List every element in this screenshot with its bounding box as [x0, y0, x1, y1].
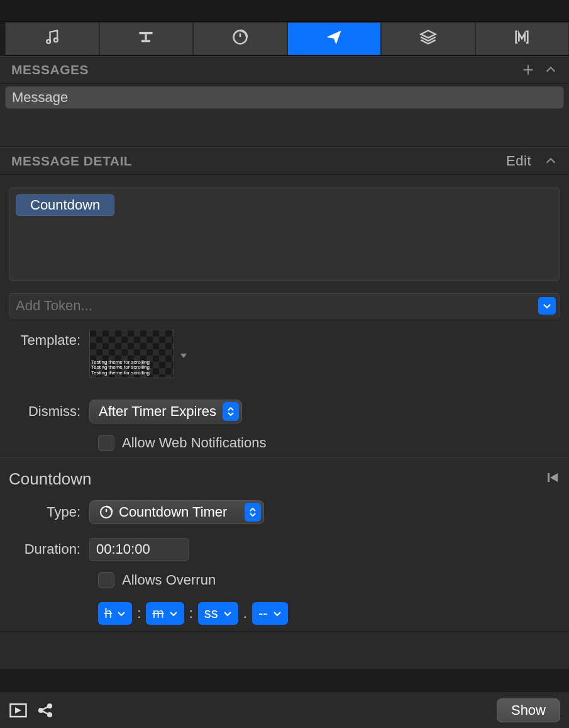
countdown-token-chip[interactable]: Countdown	[16, 194, 114, 216]
svg-rect-10	[548, 473, 550, 482]
duration-label: Duration:	[9, 541, 89, 557]
allows-overrun-label: Allows Overrun	[122, 572, 216, 588]
stage-icon	[137, 28, 155, 49]
web-notifications-row: Allow Web Notifications	[98, 435, 560, 451]
tab-layers[interactable]	[381, 22, 475, 55]
collapse-icon[interactable]	[544, 63, 558, 77]
timer-icon	[99, 505, 114, 520]
message-detail-header: MESSAGE DETAIL Edit	[0, 147, 569, 175]
tab-messages[interactable]	[287, 22, 382, 55]
dismiss-select[interactable]: After Timer Expires	[89, 400, 242, 423]
blank-area	[0, 631, 569, 669]
layers-icon	[419, 28, 437, 49]
svg-marker-11	[550, 473, 558, 482]
tab-bar	[5, 22, 569, 56]
svg-rect-2	[140, 32, 153, 35]
token-area[interactable]: Countdown	[9, 188, 560, 281]
type-row: Type: Countdown Timer	[9, 500, 560, 524]
template-dropdown-caret[interactable]	[179, 347, 188, 362]
format-hours[interactable]: h	[98, 602, 132, 625]
macro-icon	[513, 28, 531, 49]
up-down-icon	[245, 503, 261, 522]
dismiss-row: Dismiss: After Timer Expires	[9, 400, 560, 423]
dismiss-label: Dismiss:	[9, 403, 89, 420]
music-icon	[43, 28, 61, 49]
template-thumbnail[interactable]: Testing theme for scrolling Testing them…	[89, 330, 174, 378]
tab-timer[interactable]	[193, 22, 287, 55]
svg-rect-4	[141, 40, 150, 43]
svg-point-0	[47, 40, 50, 43]
tab-audio[interactable]	[5, 22, 99, 55]
countdown-panel: Countdown Type: Countdown Timer Duration…	[0, 457, 569, 631]
svg-line-20	[42, 711, 48, 714]
dismiss-value: After Timer Expires	[99, 403, 216, 420]
svg-rect-3	[145, 34, 148, 40]
message-detail-header-label: MESSAGE DETAIL	[11, 154, 132, 169]
svg-point-1	[54, 38, 58, 42]
tab-macros[interactable]	[475, 22, 570, 55]
type-value: Countdown Timer	[119, 504, 227, 520]
share-button[interactable]	[36, 702, 54, 719]
top-spacer	[0, 0, 569, 22]
collapse-icon[interactable]	[544, 154, 558, 168]
template-label: Template:	[9, 330, 89, 349]
duration-row: Duration:	[9, 538, 560, 561]
add-icon[interactable]	[521, 63, 535, 77]
token-dropdown-button[interactable]	[538, 297, 556, 315]
svg-line-19	[42, 707, 48, 710]
edit-button[interactable]: Edit	[506, 153, 531, 169]
messages-list: Message	[0, 84, 569, 147]
allows-overrun-checkbox[interactable]	[98, 572, 114, 588]
messages-header-label: MESSAGES	[11, 62, 89, 77]
expand-editor-button[interactable]	[9, 701, 28, 720]
message-row[interactable]: Message	[5, 86, 564, 109]
svg-marker-9	[180, 354, 187, 358]
format-row: h : m : ss . --	[98, 602, 560, 625]
add-token-row	[9, 293, 560, 318]
skip-back-icon[interactable]	[545, 470, 560, 488]
allows-overrun-row: Allows Overrun	[98, 572, 560, 588]
messages-header: MESSAGES	[0, 56, 569, 84]
show-button[interactable]: Show	[497, 698, 560, 722]
tab-stage[interactable]	[99, 22, 194, 55]
type-select[interactable]: Countdown Timer	[89, 500, 264, 524]
add-token-input[interactable]	[16, 298, 538, 314]
format-subseconds[interactable]: --	[252, 602, 288, 625]
message-detail-body: Countdown Template: Testing theme for sc…	[0, 175, 569, 457]
countdown-title: Countdown	[9, 469, 545, 489]
countdown-header: Countdown	[9, 469, 560, 489]
format-minutes[interactable]: m	[146, 602, 184, 625]
send-icon	[325, 28, 343, 49]
web-notifications-label: Allow Web Notifications	[122, 435, 266, 451]
up-down-icon	[223, 402, 239, 421]
timer-icon	[231, 28, 249, 49]
web-notifications-checkbox[interactable]	[98, 435, 114, 451]
footer-bar: Show	[0, 692, 569, 728]
type-label: Type:	[9, 504, 89, 520]
message-row-label: Message	[12, 89, 68, 105]
svg-marker-15	[15, 707, 21, 714]
duration-input[interactable]	[89, 538, 189, 561]
template-row: Template: Testing theme for scrolling Te…	[9, 330, 560, 378]
format-seconds[interactable]: ss	[198, 602, 238, 625]
